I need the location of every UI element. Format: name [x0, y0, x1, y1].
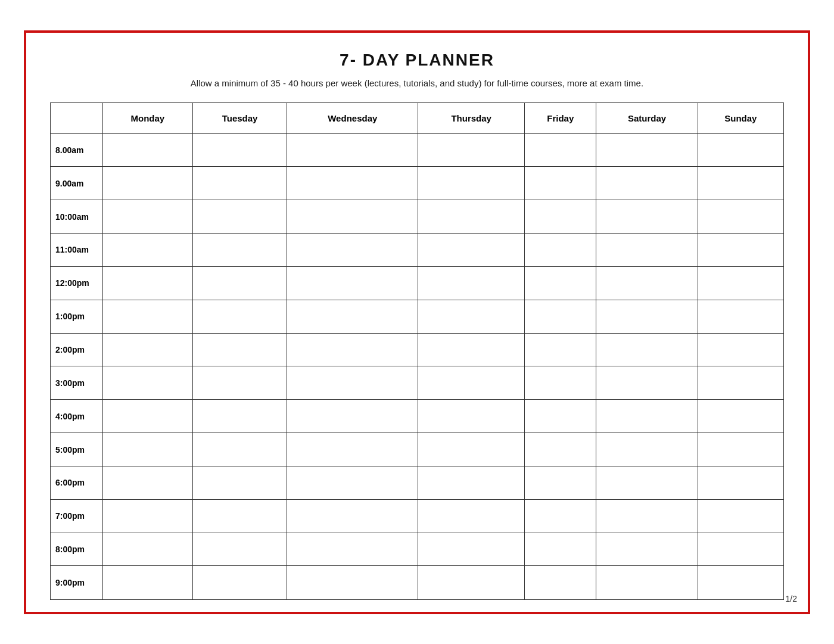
table-row: 2:00pm — [51, 333, 784, 366]
schedule-cell[interactable] — [698, 300, 783, 333]
schedule-cell[interactable] — [418, 300, 525, 333]
schedule-cell[interactable] — [418, 167, 525, 200]
schedule-cell[interactable] — [418, 200, 525, 234]
schedule-cell[interactable] — [525, 566, 596, 599]
schedule-cell[interactable] — [103, 400, 193, 433]
schedule-cell[interactable] — [192, 433, 287, 466]
schedule-cell[interactable] — [418, 133, 525, 167]
schedule-cell[interactable] — [596, 266, 698, 300]
schedule-cell[interactable] — [525, 533, 596, 566]
schedule-cell[interactable] — [418, 400, 525, 433]
schedule-cell[interactable] — [525, 266, 596, 300]
schedule-cell[interactable] — [698, 200, 783, 234]
schedule-cell[interactable] — [525, 366, 596, 400]
schedule-cell[interactable] — [287, 499, 418, 533]
schedule-cell[interactable] — [525, 400, 596, 433]
schedule-cell[interactable] — [287, 466, 418, 499]
schedule-cell[interactable] — [698, 400, 783, 433]
schedule-cell[interactable] — [698, 566, 783, 599]
schedule-cell[interactable] — [596, 499, 698, 533]
schedule-cell[interactable] — [596, 433, 698, 466]
schedule-cell[interactable] — [418, 466, 525, 499]
schedule-cell[interactable] — [525, 234, 596, 267]
schedule-cell[interactable] — [192, 333, 287, 366]
schedule-cell[interactable] — [287, 566, 418, 599]
schedule-cell[interactable] — [103, 333, 193, 366]
schedule-cell[interactable] — [103, 566, 193, 599]
schedule-cell[interactable] — [287, 300, 418, 333]
schedule-cell[interactable] — [596, 533, 698, 566]
schedule-cell[interactable] — [103, 366, 193, 400]
schedule-cell[interactable] — [103, 167, 193, 200]
schedule-cell[interactable] — [287, 167, 418, 200]
schedule-cell[interactable] — [596, 200, 698, 234]
schedule-cell[interactable] — [525, 167, 596, 200]
schedule-cell[interactable] — [596, 566, 698, 599]
schedule-cell[interactable] — [287, 533, 418, 566]
schedule-cell[interactable] — [418, 234, 525, 267]
schedule-cell[interactable] — [596, 167, 698, 200]
schedule-cell[interactable] — [103, 499, 193, 533]
schedule-cell[interactable] — [596, 234, 698, 267]
schedule-cell[interactable] — [192, 366, 287, 400]
schedule-cell[interactable] — [698, 499, 783, 533]
schedule-cell[interactable] — [525, 200, 596, 234]
schedule-cell[interactable] — [698, 366, 783, 400]
schedule-cell[interactable] — [698, 466, 783, 499]
schedule-cell[interactable] — [418, 366, 525, 400]
schedule-cell[interactable] — [103, 266, 193, 300]
schedule-cell[interactable] — [287, 366, 418, 400]
schedule-cell[interactable] — [525, 300, 596, 333]
schedule-cell[interactable] — [698, 133, 783, 167]
schedule-cell[interactable] — [525, 466, 596, 499]
schedule-cell[interactable] — [287, 433, 418, 466]
schedule-cell[interactable] — [103, 466, 193, 499]
schedule-cell[interactable] — [698, 266, 783, 300]
schedule-cell[interactable] — [192, 533, 287, 566]
schedule-cell[interactable] — [103, 234, 193, 267]
schedule-cell[interactable] — [596, 466, 698, 499]
schedule-cell[interactable] — [525, 433, 596, 466]
schedule-cell[interactable] — [287, 133, 418, 167]
schedule-cell[interactable] — [418, 333, 525, 366]
schedule-cell[interactable] — [698, 333, 783, 366]
schedule-cell[interactable] — [525, 499, 596, 533]
schedule-cell[interactable] — [192, 566, 287, 599]
schedule-cell[interactable] — [192, 133, 287, 167]
schedule-cell[interactable] — [192, 167, 287, 200]
schedule-cell[interactable] — [287, 333, 418, 366]
schedule-cell[interactable] — [596, 300, 698, 333]
schedule-cell[interactable] — [287, 266, 418, 300]
schedule-cell[interactable] — [192, 266, 287, 300]
schedule-cell[interactable] — [525, 333, 596, 366]
schedule-cell[interactable] — [596, 400, 698, 433]
schedule-cell[interactable] — [596, 133, 698, 167]
schedule-cell[interactable] — [287, 400, 418, 433]
schedule-cell[interactable] — [698, 167, 783, 200]
schedule-cell[interactable] — [192, 200, 287, 234]
schedule-cell[interactable] — [103, 133, 193, 167]
schedule-cell[interactable] — [192, 234, 287, 267]
schedule-cell[interactable] — [418, 266, 525, 300]
schedule-cell[interactable] — [287, 200, 418, 234]
schedule-cell[interactable] — [192, 400, 287, 433]
schedule-cell[interactable] — [103, 433, 193, 466]
schedule-cell[interactable] — [287, 234, 418, 267]
schedule-cell[interactable] — [103, 200, 193, 234]
schedule-cell[interactable] — [698, 533, 783, 566]
schedule-cell[interactable] — [698, 234, 783, 267]
header-thursday: Thursday — [418, 102, 525, 133]
schedule-cell[interactable] — [192, 499, 287, 533]
schedule-cell[interactable] — [418, 533, 525, 566]
schedule-cell[interactable] — [698, 433, 783, 466]
schedule-cell[interactable] — [418, 499, 525, 533]
schedule-cell[interactable] — [525, 133, 596, 167]
schedule-cell[interactable] — [596, 366, 698, 400]
schedule-cell[interactable] — [103, 300, 193, 333]
schedule-cell[interactable] — [103, 533, 193, 566]
schedule-cell[interactable] — [418, 566, 525, 599]
schedule-cell[interactable] — [192, 300, 287, 333]
schedule-cell[interactable] — [596, 333, 698, 366]
schedule-cell[interactable] — [418, 433, 525, 466]
schedule-cell[interactable] — [192, 466, 287, 499]
